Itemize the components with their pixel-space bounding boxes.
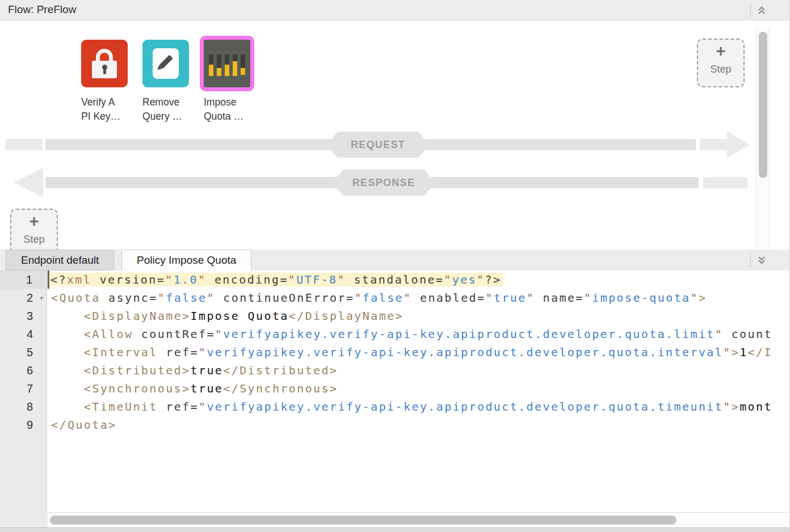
editor-tab-bar: Endpoint default Policy Impose Quota xyxy=(0,250,790,271)
line-number: 8 xyxy=(0,398,48,416)
code-line-8[interactable]: 8 <TimeUnit ref="verifyapikey.verify-api… xyxy=(0,398,790,416)
fold-toggle-icon[interactable]: ▾ xyxy=(40,289,43,307)
code-line-4[interactable]: 4 <Allow countRef="verifyapikey.verify-a… xyxy=(0,325,790,343)
lock-icon xyxy=(92,49,117,78)
divider xyxy=(750,3,751,18)
code-line-1[interactable]: 1<?xml version="1.0" encoding="UTF-8" st… xyxy=(0,271,790,289)
response-badge: RESPONSE xyxy=(332,170,435,196)
code-text[interactable]: <Distributed>true</Distributed> xyxy=(48,361,790,379)
divider xyxy=(750,253,751,268)
plus-icon: + xyxy=(30,212,39,230)
line-number: 4 xyxy=(0,325,48,343)
policy-step-remove-query[interactable]: Remove Query … xyxy=(142,40,189,124)
policy-step-verify-api-key[interactable]: Verify A PI Key… xyxy=(81,40,128,124)
flow-panel: Flow: PreFlow xyxy=(0,0,790,250)
horizontal-scrollbar-thumb[interactable] xyxy=(50,516,676,525)
arrowhead-right-icon xyxy=(727,131,750,158)
vertical-scrollbar-thumb[interactable] xyxy=(759,32,767,178)
arrow-segment xyxy=(6,139,43,150)
line-number: 3 xyxy=(0,307,48,325)
add-step-button-response[interactable]: + Step xyxy=(10,209,58,250)
arrowhead-left-icon xyxy=(14,168,43,197)
pencil-icon xyxy=(153,48,179,79)
policy-step-impose-quota-selected[interactable]: Impose Quota … xyxy=(204,40,250,124)
collapse-editor-panel-button[interactable] xyxy=(754,252,770,268)
verify-api-key-policy-icon xyxy=(81,40,128,87)
chevrons-up-icon xyxy=(757,5,767,15)
flow-panel-header: Flow: PreFlow xyxy=(0,0,790,20)
code-text[interactable]: <Quota async="false" continueOnError="fa… xyxy=(48,289,790,307)
editor-panel: Endpoint default Policy Impose Quota 1<?… xyxy=(0,250,790,532)
tab-endpoint-default[interactable]: Endpoint default xyxy=(6,250,114,271)
code-line-5[interactable]: 5 <Interval ref="verifyapikey.verify-api… xyxy=(0,343,790,361)
line-number: 2▾ xyxy=(0,289,48,307)
plus-icon: + xyxy=(716,42,726,60)
code-text[interactable]: <Synchronous>true</Synchronous> xyxy=(48,379,790,398)
text-cursor xyxy=(48,271,49,289)
code-line-9[interactable]: 9</Quota> xyxy=(0,416,790,434)
remove-query-policy-icon xyxy=(142,40,189,87)
code-text[interactable]: <Interval ref="verifyapikey.verify-api-k… xyxy=(48,343,790,361)
line-number: 5 xyxy=(0,343,48,361)
gutter-corner xyxy=(0,512,48,527)
code-text[interactable]: <?xml version="1.0" encoding="UTF-8" sta… xyxy=(47,271,790,289)
code-text[interactable]: </Quota> xyxy=(48,416,790,434)
apigee-flow-editor: Flow: PreFlow xyxy=(0,0,790,532)
request-badge: REQUEST xyxy=(326,132,430,158)
code-line-6[interactable]: 6 <Distributed>true</Distributed> xyxy=(0,361,790,379)
code-text[interactable]: <Allow countRef="verifyapikey.verify-api… xyxy=(48,325,790,343)
policy-step-list: Verify A PI Key… Remove Query … xyxy=(81,40,250,124)
tab-policy-impose-quota[interactable]: Policy Impose Quota xyxy=(121,250,251,271)
flow-title: Flow: PreFlow xyxy=(8,3,76,16)
code-line-3[interactable]: 3 <DisplayName>Impose Quota</DisplayName… xyxy=(0,307,790,325)
quota-bars-icon xyxy=(209,54,245,76)
line-number: 6 xyxy=(0,361,48,379)
xml-code-editor[interactable]: 1<?xml version="1.0" encoding="UTF-8" st… xyxy=(0,271,790,512)
arrow-segment xyxy=(703,177,747,188)
vertical-scrollbar[interactable] xyxy=(756,28,770,250)
line-number: 1 xyxy=(0,271,48,289)
chevrons-down-icon xyxy=(757,255,767,265)
line-number: 9 xyxy=(0,416,48,434)
editor-bottom-bar xyxy=(0,512,790,527)
collapse-flow-panel-button[interactable] xyxy=(754,2,770,18)
code-line-2[interactable]: 2▾<Quota async="false" continueOnError="… xyxy=(0,289,790,307)
code-line-7[interactable]: 7 <Synchronous>true</Synchronous> xyxy=(0,379,790,398)
code-text[interactable]: <DisplayName>Impose Quota</DisplayName> xyxy=(48,307,790,325)
policy-step-label: Remove Query … xyxy=(142,95,189,124)
window-bottom-edge xyxy=(0,527,790,532)
impose-quota-policy-icon xyxy=(200,36,254,91)
horizontal-scrollbar[interactable] xyxy=(48,512,790,527)
code-lines: 1<?xml version="1.0" encoding="UTF-8" st… xyxy=(0,271,790,434)
code-text[interactable]: <TimeUnit ref="verifyapikey.verify-api-k… xyxy=(48,398,790,416)
policy-step-label: Impose Quota … xyxy=(204,95,250,124)
arrow-segment xyxy=(700,139,727,150)
policy-step-label: Verify A PI Key… xyxy=(81,95,128,124)
current-line-highlight: <?xml version="1.0" encoding="UTF-8" sta… xyxy=(51,273,503,286)
line-number: 7 xyxy=(0,379,48,398)
add-step-button-request[interactable]: + Step xyxy=(697,39,745,87)
